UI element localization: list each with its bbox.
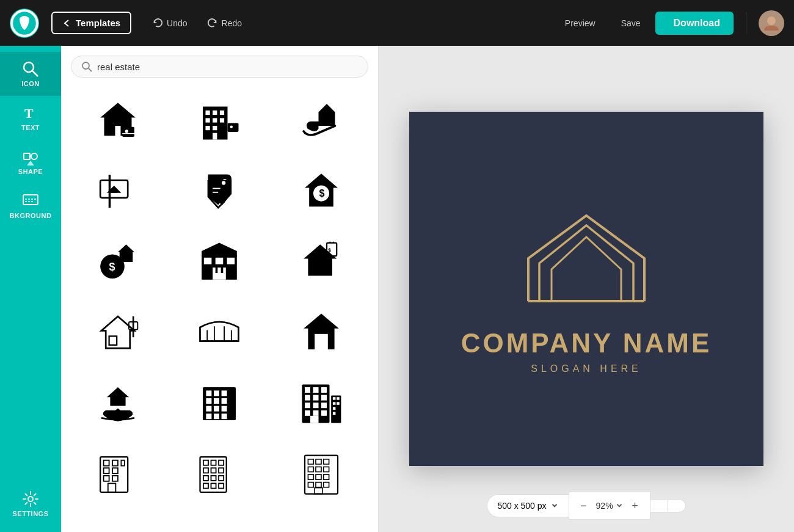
svg-rect-82 bbox=[214, 406, 219, 412]
svg-marker-60 bbox=[101, 316, 134, 348]
svg-rect-124 bbox=[203, 476, 208, 481]
svg-point-4 bbox=[24, 62, 34, 72]
sidebar-item-text[interactable]: T TEXT bbox=[0, 96, 61, 140]
svg-text:$: $ bbox=[319, 188, 324, 199]
svg-rect-97 bbox=[305, 410, 310, 416]
main-area: ICON T TEXT SHAPE BKGROUND bbox=[0, 46, 794, 532]
undo-button[interactable]: Undo bbox=[146, 14, 193, 32]
svg-point-13 bbox=[28, 497, 33, 501]
search-input[interactable] bbox=[97, 62, 358, 72]
list-item[interactable] bbox=[71, 159, 165, 223]
list-item[interactable] bbox=[71, 89, 165, 152]
list-item[interactable] bbox=[71, 372, 165, 435]
icons-grid: $ $ bbox=[71, 89, 368, 506]
svg-text:$: $ bbox=[328, 247, 332, 253]
sidebar-item-settings[interactable]: SETTINGS bbox=[7, 482, 53, 526]
svg-rect-92 bbox=[313, 395, 318, 401]
svg-line-5 bbox=[32, 71, 38, 76]
list-item[interactable] bbox=[71, 443, 165, 506]
list-item[interactable] bbox=[274, 301, 368, 365]
sidebar-item-background[interactable]: BKGROUND bbox=[0, 184, 61, 228]
list-item[interactable]: $ bbox=[274, 159, 368, 223]
svg-rect-138 bbox=[316, 475, 321, 479]
svg-rect-76 bbox=[214, 390, 219, 396]
list-item[interactable] bbox=[274, 372, 368, 435]
svg-rect-126 bbox=[219, 476, 224, 481]
canvas-bottom-controls: 500 x 500 px − 92% + bbox=[487, 492, 685, 520]
svg-rect-129 bbox=[219, 483, 224, 488]
svg-rect-79 bbox=[214, 398, 219, 404]
svg-rect-26 bbox=[220, 118, 224, 122]
svg-rect-25 bbox=[213, 118, 217, 122]
download-button[interactable]: Download bbox=[655, 12, 734, 35]
icon-panel: $ $ bbox=[61, 46, 379, 532]
canvas-area: COMPANY NAME SLOGAN HERE 500 x 500 px − … bbox=[379, 46, 794, 532]
list-item[interactable]: $ bbox=[71, 230, 165, 294]
svg-point-8 bbox=[31, 153, 37, 159]
svg-rect-53 bbox=[202, 251, 238, 257]
svg-rect-61 bbox=[109, 336, 117, 344]
canvas-card[interactable]: COMPANY NAME SLOGAN HERE bbox=[409, 112, 763, 466]
svg-marker-45 bbox=[118, 244, 134, 262]
svg-point-18 bbox=[125, 129, 128, 133]
sidebar-item-icon[interactable]: ICON bbox=[0, 52, 61, 96]
list-item[interactable] bbox=[172, 372, 266, 435]
svg-rect-17 bbox=[122, 127, 134, 137]
svg-rect-142 bbox=[323, 483, 329, 487]
svg-rect-7 bbox=[24, 153, 30, 159]
svg-line-15 bbox=[89, 68, 92, 71]
svg-rect-109 bbox=[104, 461, 109, 466]
list-item[interactable]: $ bbox=[274, 230, 368, 294]
avatar[interactable] bbox=[759, 10, 784, 36]
grid-toggle-button[interactable] bbox=[650, 499, 668, 512]
svg-rect-48 bbox=[216, 258, 224, 264]
svg-rect-102 bbox=[333, 397, 336, 400]
app-logo[interactable] bbox=[10, 9, 39, 38]
svg-rect-50 bbox=[213, 268, 227, 280]
company-name-light: COMPANY bbox=[461, 328, 623, 358]
svg-rect-112 bbox=[104, 468, 109, 473]
save-button[interactable]: Save bbox=[610, 15, 648, 32]
size-select[interactable]: 500 x 500 px bbox=[487, 494, 568, 517]
left-sidebar: ICON T TEXT SHAPE BKGROUND bbox=[0, 46, 61, 532]
download-label: Download bbox=[674, 18, 720, 29]
svg-rect-83 bbox=[222, 406, 227, 412]
svg-rect-139 bbox=[323, 475, 329, 479]
svg-rect-136 bbox=[323, 467, 329, 472]
templates-label: Templates bbox=[76, 18, 120, 28]
sidebar-item-shape[interactable]: SHAPE bbox=[0, 140, 61, 184]
svg-rect-94 bbox=[305, 403, 310, 408]
svg-rect-133 bbox=[323, 459, 329, 464]
svg-rect-99 bbox=[321, 410, 327, 416]
svg-rect-117 bbox=[200, 457, 227, 492]
templates-button[interactable]: Templates bbox=[51, 12, 131, 34]
list-item[interactable] bbox=[172, 89, 266, 152]
svg-rect-106 bbox=[337, 397, 340, 400]
svg-rect-101 bbox=[331, 396, 341, 423]
list-item[interactable] bbox=[172, 159, 266, 223]
zoom-label: 92% bbox=[596, 501, 613, 511]
align-button[interactable] bbox=[668, 499, 686, 512]
svg-rect-121 bbox=[203, 468, 208, 473]
redo-button[interactable]: Redo bbox=[201, 14, 248, 32]
list-item[interactable] bbox=[172, 443, 266, 506]
list-item[interactable] bbox=[71, 301, 165, 365]
preview-button[interactable]: Preview bbox=[554, 15, 603, 32]
svg-rect-103 bbox=[333, 402, 336, 405]
svg-rect-137 bbox=[308, 475, 313, 479]
list-item[interactable] bbox=[274, 443, 368, 506]
company-name: COMPANY NAME bbox=[461, 328, 712, 359]
svg-rect-141 bbox=[316, 483, 321, 487]
svg-point-37 bbox=[222, 181, 226, 184]
svg-rect-127 bbox=[203, 483, 208, 488]
svg-rect-131 bbox=[308, 459, 313, 464]
list-item[interactable] bbox=[172, 230, 266, 294]
svg-rect-132 bbox=[316, 459, 321, 464]
svg-rect-47 bbox=[204, 258, 212, 264]
svg-marker-54 bbox=[202, 243, 238, 252]
list-item[interactable] bbox=[172, 301, 266, 365]
zoom-in-button[interactable]: + bbox=[628, 498, 643, 513]
svg-rect-27 bbox=[206, 126, 210, 130]
list-item[interactable] bbox=[274, 89, 368, 152]
zoom-out-button[interactable]: − bbox=[577, 498, 591, 513]
